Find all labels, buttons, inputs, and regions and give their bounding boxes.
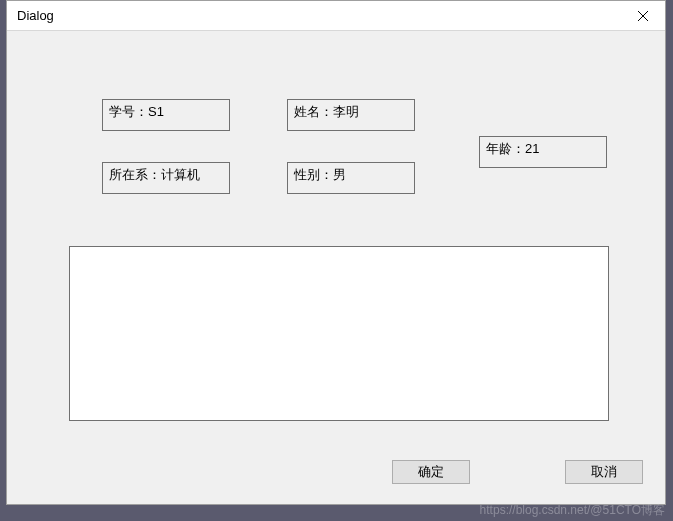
dialog-content: 学号：S1 姓名：李明 年龄：21 所在系：计算机 性别：男 确定 取消	[7, 31, 665, 504]
department-value: 计算机	[161, 167, 200, 183]
gender-value: 男	[333, 167, 346, 183]
gender-label: 性别：	[294, 167, 333, 183]
button-row: 确定 取消	[392, 460, 643, 484]
gender-field[interactable]: 性别：男	[287, 162, 415, 194]
dialog-window: Dialog 学号：S1 姓名：李明 年龄：21 所在系：计算机 性别：男 确定…	[6, 0, 666, 505]
close-icon	[638, 11, 648, 21]
student-id-label: 学号：	[109, 104, 148, 120]
window-title: Dialog	[17, 8, 54, 23]
title-bar: Dialog	[7, 1, 665, 31]
name-value: 李明	[333, 104, 359, 120]
age-label: 年龄：	[486, 141, 525, 157]
name-label: 姓名：	[294, 104, 333, 120]
output-textarea[interactable]	[69, 246, 609, 421]
age-field[interactable]: 年龄：21	[479, 136, 607, 168]
age-value: 21	[525, 141, 539, 157]
close-button[interactable]	[620, 1, 665, 31]
cancel-button[interactable]: 取消	[565, 460, 643, 484]
department-label: 所在系：	[109, 167, 161, 183]
name-field[interactable]: 姓名：李明	[287, 99, 415, 131]
student-id-field[interactable]: 学号：S1	[102, 99, 230, 131]
student-id-value: S1	[148, 104, 164, 120]
ok-button[interactable]: 确定	[392, 460, 470, 484]
department-field[interactable]: 所在系：计算机	[102, 162, 230, 194]
